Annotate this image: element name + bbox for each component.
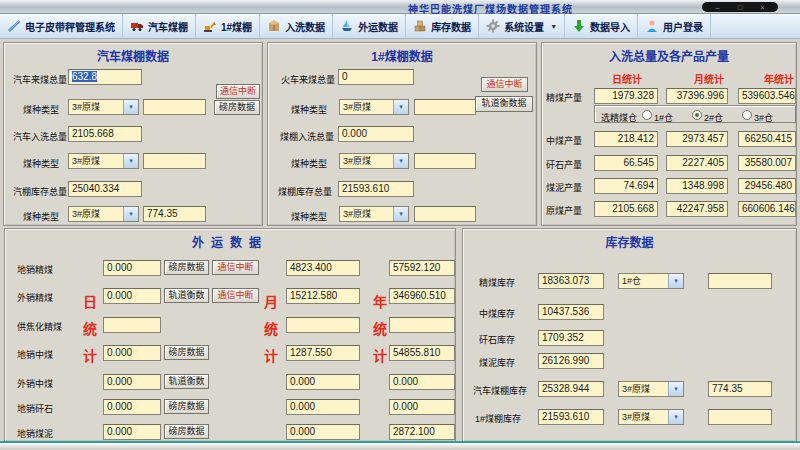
chevron-down-icon[interactable]: ▾ [393,100,408,114]
export-clean-month-input[interactable]: 15212.580 [286,288,360,304]
export-clean-day-input[interactable]: 0.000 [103,288,161,304]
coking-clean-month-input[interactable] [286,317,360,333]
train-incoming-total-input[interactable]: 0 [338,69,414,85]
coal-type-select[interactable]: 3#原煤 ▾ [68,99,139,115]
clean-coal-stock-input[interactable]: 18363.073 [538,273,604,289]
radio-bunker-3[interactable] [742,110,752,120]
local-slime-month-input[interactable]: 0.000 [286,424,360,440]
coal-type-stock-input[interactable] [708,409,772,425]
local-middlings-month-input[interactable]: 1287.550 [286,345,360,361]
middlings-year-input[interactable]: 66250.415 [738,131,796,147]
toolbar-button-user-login[interactable]: 用户登录 [638,14,711,38]
local-gangue-day-input[interactable]: 0.000 [103,399,161,415]
rail-scale-data-button[interactable]: 轨道衡数 [164,374,209,389]
local-slime-day-input[interactable]: 0.000 [103,424,161,440]
toolbar-button-data-import[interactable]: 数据导入 [565,14,638,38]
minimize-button[interactable]: – [711,3,725,12]
coal-type-select[interactable]: 3#原煤 ▾ [68,206,139,222]
weighbridge-data-button[interactable]: 磅房数据 [164,260,209,275]
coal-type-amount-input[interactable] [414,153,476,169]
chevron-down-icon[interactable]: ▾ [123,154,138,168]
coal-type-amount-input[interactable] [414,99,476,115]
truck-shed-stock-input[interactable]: 25328.944 [538,381,604,397]
toolbar-button-truck-shed[interactable]: 汽车煤棚 [123,14,196,38]
coal-type-select[interactable]: 3#原煤 ▾ [339,99,409,115]
local-gangue-month-input[interactable]: 0.000 [286,399,360,415]
clean-coal-day-input[interactable]: 1979.328 [594,88,658,104]
local-clean-year-input[interactable]: 57592.120 [389,260,455,276]
shed-washed-total-input[interactable]: 0.000 [338,126,414,142]
radio-bunker-1[interactable] [642,110,652,120]
weighbridge-data-button[interactable]: 磅房数据 [164,424,209,439]
shed-stock-total-input[interactable]: 21593.610 [338,181,414,197]
coal-type-select[interactable]: 3#原煤 ▾ [339,206,409,222]
middlings-stock-input[interactable]: 10437.536 [538,304,604,320]
bunker-stock-input[interactable] [708,273,772,289]
toolbar-button-outbound-data[interactable]: 外运数据 [333,14,406,38]
local-clean-month-input[interactable]: 4823.400 [286,260,360,276]
local-middlings-day-input[interactable]: 0.000 [103,345,161,361]
middlings-day-input[interactable]: 218.412 [594,131,658,147]
coal-type-stock-input[interactable]: 774.35 [708,381,772,397]
gangue-year-input[interactable]: 35580.007 [738,155,796,171]
toolbar-button-shed-1[interactable]: 1#煤棚 [196,14,260,38]
coal-type-select[interactable]: 3#原煤 ▾ [68,153,139,169]
coal-type-select[interactable]: 3#原煤 ▾ [339,153,409,169]
local-clean-day-input[interactable]: 0.000 [103,260,161,276]
toolbar-button-system-settings[interactable]: 系统设置 ▼ [479,14,565,38]
clean-coal-month-input[interactable]: 37396.996 [666,88,728,104]
coal-type-amount-input[interactable] [414,206,476,222]
chevron-down-icon[interactable]: ▾ [393,207,408,221]
export-clean-year-input[interactable]: 346960.510 [389,288,455,304]
rail-scale-data-button[interactable]: 轨道衡数 [164,288,209,303]
bunker-select[interactable]: 1#仓 ▾ [618,273,684,289]
middlings-month-input[interactable]: 2973.457 [666,131,728,147]
coal-type-amount-input[interactable] [143,153,206,169]
coking-clean-year-input[interactable] [389,317,455,333]
coal-type-amount-input[interactable]: 774.35 [143,206,206,222]
truck-shed-stock-total-input[interactable]: 25040.334 [68,181,142,197]
local-slime-year-input[interactable]: 2872.100 [389,424,455,440]
chevron-down-icon[interactable]: ▾ [668,274,683,288]
truck-incoming-total-input[interactable]: 632.8 [68,69,142,85]
local-gangue-year-input[interactable]: 0.000 [389,399,455,415]
coal-type-select[interactable]: 3#原煤 ▾ [618,381,684,397]
toolbar-button-washing-data[interactable]: 入洗数据 [260,14,333,38]
comm-interrupt-button[interactable]: 通信中断 [481,77,528,92]
chevron-down-icon[interactable]: ▾ [123,207,138,221]
coal-type-select[interactable]: 3#原煤 ▾ [618,409,684,425]
chevron-down-icon[interactable]: ▾ [668,382,683,396]
comm-interrupt-button[interactable]: 通信中断 [216,84,260,99]
chevron-down-icon[interactable]: ▾ [668,410,683,424]
coal-type-amount-input[interactable] [143,99,206,115]
export-middlings-year-input[interactable]: 0.000 [389,374,455,390]
shed1-stock-input[interactable]: 21593.610 [538,409,604,425]
local-middlings-year-input[interactable]: 54855.810 [389,345,455,361]
raw-coal-month-input[interactable]: 42247.958 [666,201,728,217]
rail-scale-data-button[interactable]: 轨道衡数据 [475,96,533,112]
slime-year-input[interactable]: 29456.480 [738,178,796,194]
close-button[interactable]: × [756,3,770,12]
export-middlings-day-input[interactable]: 0.000 [103,374,161,390]
clean-coal-year-input[interactable]: 539603.546 [738,88,796,104]
maximize-button[interactable]: □ [733,3,747,12]
weighbridge-data-button[interactable]: 磅房数据 [164,399,209,414]
chevron-down-icon[interactable]: ▾ [393,154,408,168]
weighbridge-data-button[interactable]: 磅房数据 [164,345,209,360]
radio-bunker-2[interactable] [692,110,702,120]
comm-interrupt-button[interactable]: 通信中断 [212,288,259,303]
raw-coal-year-input[interactable]: 660606.146 [738,201,796,217]
gangue-day-input[interactable]: 66.545 [594,155,658,171]
toolbar-button-belt-scale-system[interactable]: 电子皮带秤管理系统 [0,14,123,38]
toolbar-button-inventory-data[interactable]: 库存数据 [406,14,479,38]
gangue-stock-input[interactable]: 1709.352 [538,330,604,346]
coking-clean-day-input[interactable] [103,317,161,333]
export-middlings-month-input[interactable]: 0.000 [286,374,360,390]
comm-interrupt-button[interactable]: 通信中断 [212,260,259,275]
truck-washed-total-input[interactable]: 2105.668 [68,126,142,142]
slime-day-input[interactable]: 74.694 [594,178,658,194]
raw-coal-day-input[interactable]: 2105.668 [594,201,658,217]
slime-stock-input[interactable]: 26126.990 [538,353,604,369]
weighbridge-data-button[interactable]: 磅房数据 [214,100,260,115]
gangue-month-input[interactable]: 2227.405 [666,155,728,171]
